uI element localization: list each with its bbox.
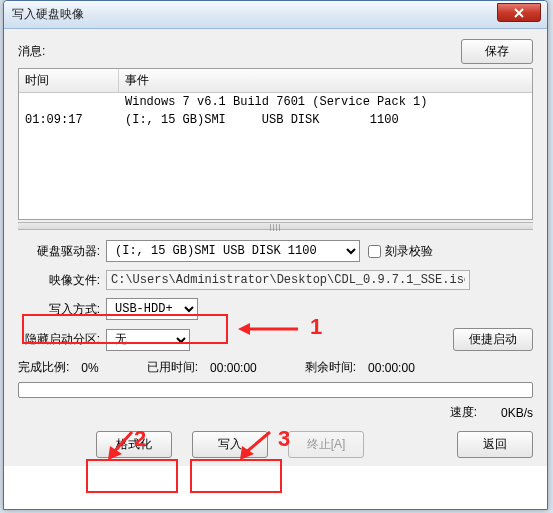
burn-check[interactable]: 刻录校验	[368, 243, 433, 260]
close-icon	[514, 8, 524, 18]
log-event-cell: Windows 7 v6.1 Build 7601 (Service Pack …	[119, 93, 532, 111]
write-mode-label: 写入方式:	[18, 301, 106, 318]
image-path-field[interactable]	[106, 270, 470, 290]
progress-bar	[18, 382, 533, 398]
log-col-event[interactable]: 事件	[119, 69, 532, 92]
drive-label: 硬盘驱动器:	[18, 243, 106, 260]
ratio-label: 完成比例:	[18, 359, 69, 376]
grip-icon: ||||	[269, 222, 281, 231]
burn-check-box[interactable]	[368, 245, 381, 258]
log-col-time[interactable]: 时间	[19, 69, 119, 92]
remain-label: 剩余时间:	[305, 359, 356, 376]
log-body[interactable]: Windows 7 v6.1 Build 7601 (Service Pack …	[19, 93, 532, 219]
remain-value: 00:00:00	[368, 361, 415, 375]
quick-boot-button[interactable]: 便捷启动	[453, 328, 533, 351]
titlebar: 写入硬盘映像	[4, 1, 547, 29]
log-time-cell	[19, 93, 119, 111]
ratio-value: 0%	[81, 361, 98, 375]
save-button[interactable]: 保存	[461, 39, 533, 64]
speed-label: 速度:	[450, 404, 477, 421]
hide-boot-select[interactable]: 无	[106, 329, 190, 351]
return-button[interactable]: 返回	[457, 431, 533, 458]
hide-boot-label: 隐藏启动分区:	[18, 331, 106, 348]
drive-select[interactable]: (I:, 15 GB)SMI USB DISK 1100	[106, 240, 360, 262]
write-mode-select[interactable]: USB-HDD+	[106, 298, 198, 320]
splitter[interactable]: ||||	[18, 222, 533, 230]
info-label: 消息:	[18, 43, 45, 60]
log-row: 01:09:17 (I:, 15 GB)SMI USB DISK 1100	[19, 111, 532, 129]
log-time-cell: 01:09:17	[19, 111, 119, 129]
image-label: 映像文件:	[18, 272, 106, 289]
elapsed-label: 已用时间:	[147, 359, 198, 376]
elapsed-value: 00:00:00	[210, 361, 257, 375]
window-title: 写入硬盘映像	[12, 6, 84, 23]
close-button[interactable]	[497, 3, 541, 22]
log-row: Windows 7 v6.1 Build 7601 (Service Pack …	[19, 93, 532, 111]
write-button[interactable]: 写入	[192, 431, 268, 458]
format-button[interactable]: 格式化	[96, 431, 172, 458]
speed-value: 0KB/s	[501, 406, 533, 420]
stop-button: 终止[A]	[288, 431, 364, 458]
log-event-cell: (I:, 15 GB)SMI USB DISK 1100	[119, 111, 532, 129]
log-panel: 时间 事件 Windows 7 v6.1 Build 7601 (Service…	[18, 68, 533, 220]
burn-check-label: 刻录校验	[385, 243, 433, 260]
